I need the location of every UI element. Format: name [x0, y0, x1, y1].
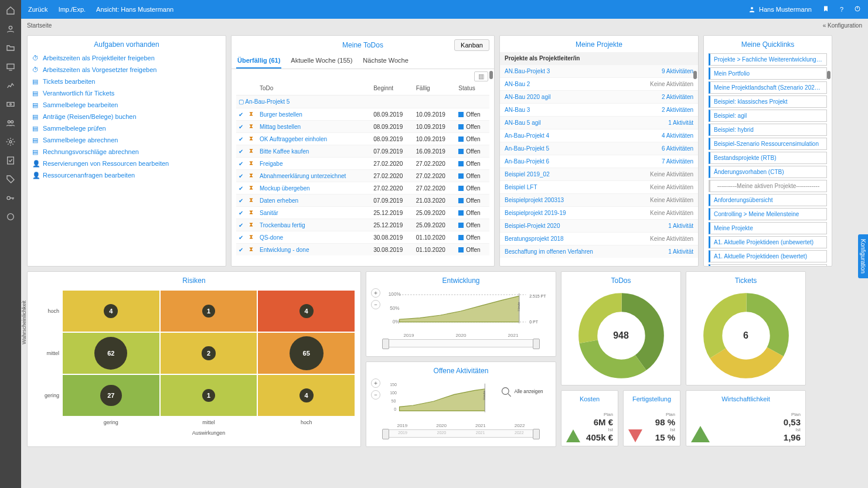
project-row[interactable]: An-Bau-Projekt 44 Aktivitäten — [500, 129, 698, 142]
project-row[interactable]: Beispiel LFTKeine Aktivitäten — [500, 180, 698, 193]
impexp-link[interactable]: Imp./Exp. — [59, 6, 86, 13]
quicklink-item[interactable]: Projekte > Fachliche Weiterentwicklung 1… — [709, 53, 827, 66]
help-icon[interactable]: ? — [840, 6, 843, 13]
nav-home-icon[interactable] — [5, 5, 16, 16]
tab-current-week[interactable]: Aktuelle Woche (155) — [290, 54, 353, 69]
col-beginnt[interactable]: Beginnt — [371, 81, 414, 95]
quicklink-item[interactable]: Beispiel: klassisches Projekt — [709, 95, 827, 108]
task-link[interactable]: ▤Sammelbelege bearbeiten — [32, 99, 221, 111]
nav-people-icon[interactable] — [5, 117, 16, 129]
zoom-in-icon[interactable]: ＋ — [371, 288, 380, 298]
view-link[interactable]: Ansicht: Hans Mustermann — [96, 6, 173, 13]
check-icon[interactable]: ✔ — [239, 161, 243, 167]
quicklink-item[interactable]: Controlling > Meine Meilensteine — [709, 208, 827, 220]
task-link[interactable]: ▤Rechnungsvorschläge abrechnen — [32, 146, 221, 158]
nav-chart-icon[interactable] — [5, 80, 16, 91]
task-link[interactable]: 👤Reservierungen von Ressourcen bearbeite… — [32, 158, 221, 169]
risk-cell[interactable]: 65 — [258, 333, 355, 374]
todo-row[interactable]: ✔⧗Abnahmeerklärung unterzeichnet27.02.20… — [236, 170, 489, 182]
bookmark-icon[interactable] — [822, 5, 829, 13]
task-link[interactable]: ▤Sammelbelege prüfen — [32, 122, 221, 134]
risk-cell[interactable]: 4 — [63, 291, 159, 332]
tab-overdue[interactable]: Überfällig (61) — [236, 54, 281, 69]
check-icon[interactable]: ✔ — [239, 111, 243, 118]
project-row[interactable]: AN-Bau 2Keine Aktivitäten — [500, 77, 698, 90]
todo-row[interactable]: ✔⧗Freigabe27.02.202027.02.2020Offen — [236, 158, 489, 170]
check-icon[interactable]: ✔ — [239, 234, 243, 241]
nav-folder-icon[interactable] — [5, 42, 16, 54]
config-side-tab[interactable]: Konfiguration — [858, 234, 868, 278]
nav-monitor-icon[interactable] — [5, 61, 16, 73]
project-row[interactable]: Beispielprojekt 200313Keine Aktivitäten — [500, 193, 698, 206]
config-link[interactable]: « Konfiguration — [823, 22, 862, 29]
task-link[interactable]: ▤Verantwortlich für Tickets — [32, 87, 221, 99]
timeline-slider[interactable] — [383, 339, 539, 347]
quicklink-item[interactable]: Meine Projekte — [709, 222, 827, 234]
nav-gear-icon[interactable] — [5, 136, 16, 148]
check-icon[interactable]: ✔ — [239, 173, 243, 179]
project-row[interactable]: AN-Bau 2020 agil2 Aktivitäten — [500, 90, 698, 103]
col-status[interactable]: Status — [456, 81, 489, 95]
quicklink-item[interactable]: Bestandsprojekte (RTB) — [709, 152, 827, 164]
task-link[interactable]: ▤Tickets bearbeiten — [32, 76, 221, 87]
todo-row[interactable]: ✔⧗Daten erheben07.09.201921.03.2020Offen — [236, 194, 489, 207]
quicklink-item[interactable]: Beispiel: agil — [709, 110, 827, 122]
todo-row[interactable]: ✔⧗Sanitär25.12.201925.09.2020Offen — [236, 207, 489, 219]
check-icon[interactable]: ✔ — [239, 197, 243, 204]
risk-cell[interactable]: 2 — [161, 333, 257, 374]
project-row[interactable]: Beispiel 2019_02Keine Aktivitäten — [500, 168, 698, 180]
task-link[interactable]: ⏱Arbeitszeiten als Vorgesetzter freigebe… — [32, 64, 221, 76]
todo-row[interactable]: ✔⧗QS-done30.08.201901.10.2020Offen — [236, 231, 489, 244]
zoom-out-icon[interactable]: － — [371, 300, 380, 309]
check-icon[interactable]: ✔ — [239, 148, 243, 155]
kanban-button[interactable]: Kanban — [454, 39, 489, 51]
project-row[interactable]: Beschaffung im offenen Verfahren1 Aktivi… — [500, 245, 698, 258]
todo-row[interactable]: ✔⧗Entwicklung - done30.08.201901.10.2020… — [236, 244, 489, 256]
todo-row[interactable]: ✔⧗Mittag bestellen08.09.201910.09.2019Of… — [236, 121, 489, 133]
nav-key-icon[interactable] — [5, 192, 16, 204]
nav-money-icon[interactable] — [5, 98, 16, 110]
back-link[interactable]: Zurück — [28, 6, 48, 13]
quicklink-item[interactable]: A1. Aktuelle Projektideen (bewertet) — [709, 250, 827, 262]
zoom-in-icon[interactable]: ＋ — [371, 378, 380, 388]
quicklink-item[interactable]: Änderungsvorhaben (CTB) — [709, 166, 827, 178]
risk-cell[interactable]: 4 — [258, 291, 355, 332]
nav-tag-icon[interactable] — [5, 173, 16, 185]
project-row[interactable]: AN-Bau 5 agil1 Aktivität — [500, 116, 698, 129]
power-icon[interactable] — [854, 5, 861, 13]
risk-cell[interactable]: 1 — [161, 375, 257, 416]
project-row[interactable]: AN-Bau 32 Aktivitäten — [500, 103, 698, 116]
todo-row[interactable]: ✔⧗Trockenbau fertig25.12.201925.09.2020O… — [236, 219, 489, 231]
quicklink-item[interactable]: Beispiel-Szenario Ressourcensimulation — [709, 138, 827, 150]
nav-check-icon[interactable] — [5, 155, 16, 166]
todo-row[interactable]: ✔⧗Mockup übergeben27.02.202027.02.2020Of… — [236, 182, 489, 194]
project-row[interactable]: AN.Bau-Projekt 39 Aktivitäten — [500, 64, 698, 77]
project-row[interactable]: Beispiel-Projekt 20201 Aktivität — [500, 219, 698, 232]
task-link[interactable]: ▤Anträge (Reisen/Belege) buchen — [32, 111, 221, 122]
col-todo[interactable]: ToDo — [257, 81, 371, 95]
task-link[interactable]: ⏱Arbeitszeiten als Projektleiter freigeb… — [32, 52, 221, 64]
columns-icon[interactable]: ▥ — [474, 71, 488, 81]
check-icon[interactable]: ✔ — [239, 247, 243, 253]
project-row[interactable]: An-Bau-Projekt 67 Aktivitäten — [500, 155, 698, 168]
quicklink-item[interactable]: Mein Portfolio — [709, 67, 827, 80]
col-faellig[interactable]: Fällig — [414, 81, 457, 95]
user-menu[interactable]: Hans Mustermann — [748, 6, 812, 13]
quicklink-item[interactable]: Meine Projektlandschaft (Szenario 2020/2… — [709, 81, 827, 94]
task-link[interactable]: ▤Sammelbelege abrechnen — [32, 134, 221, 146]
zoom-out-icon[interactable]: － — [371, 390, 380, 400]
todo-row[interactable]: ✔⧗Bitte Kaffee kaufen07.09.201916.09.201… — [236, 145, 489, 158]
tab-next-week[interactable]: Nächste Woche — [362, 54, 409, 69]
breadcrumb-home[interactable]: Startseite — [27, 22, 52, 29]
nav-sync-icon[interactable] — [5, 211, 16, 223]
project-row[interactable]: Beratungsprojekt 2018Keine Aktivitäten — [500, 232, 698, 245]
check-icon[interactable]: ✔ — [239, 185, 243, 192]
quicklink-item[interactable]: A2. Projektanträge (project proposal) — [709, 264, 827, 266]
todo-row[interactable]: ✔⧗OK Auftraggeber einholen08.09.201910.0… — [236, 133, 489, 145]
todo-row[interactable]: ✔⧗Burger bestellen08.09.201910.09.2019Of… — [236, 108, 489, 121]
project-row[interactable]: Beispielprojekt 2019-19Keine Aktivitäten — [500, 206, 698, 219]
quicklink-item[interactable]: Beispiel: hybrid — [709, 124, 827, 136]
nav-user-icon[interactable] — [5, 23, 16, 35]
task-link[interactable]: 👤Ressourcenanfragen bearbeiten — [32, 169, 221, 181]
timeline-slider[interactable]: 2019202020212022 — [383, 429, 539, 438]
